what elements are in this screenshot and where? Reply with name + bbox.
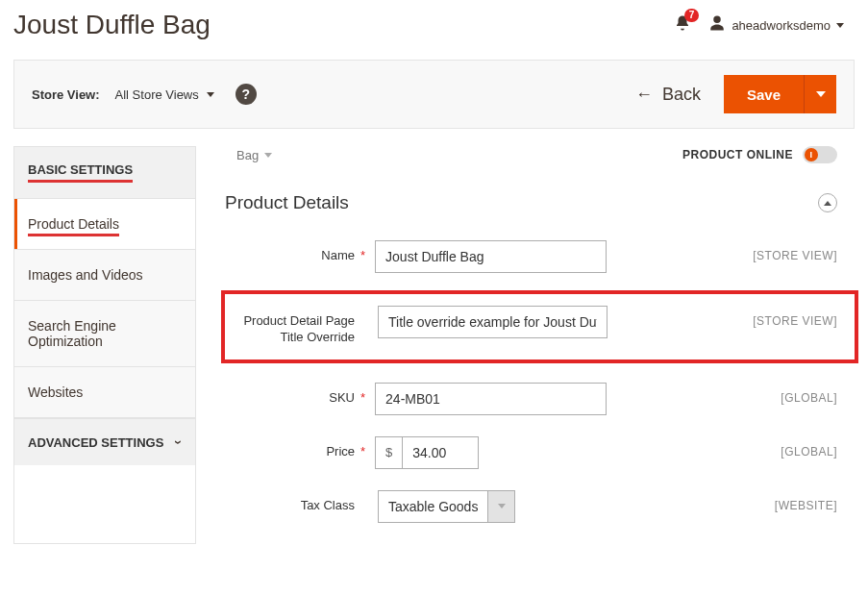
chevron-up-icon	[824, 201, 831, 206]
required-mark: *	[360, 240, 365, 262]
price-input[interactable]	[402, 436, 479, 469]
notification-badge: 7	[684, 9, 700, 22]
name-input[interactable]	[375, 240, 606, 273]
scope-label: [GLOBAL]	[607, 383, 837, 405]
notifications-button[interactable]: 7	[674, 14, 691, 37]
override-label: Product Detail Page Title Override	[225, 306, 355, 346]
arrow-left-icon: ←	[635, 85, 653, 105]
section-title: Product Details	[225, 192, 349, 213]
chevron-down-icon	[264, 153, 272, 158]
sidebar-item-label: Websites	[28, 384, 83, 400]
currency-symbol: $	[375, 436, 402, 469]
required-mark: *	[360, 383, 365, 405]
basic-settings-label: BASIC SETTINGS	[28, 162, 133, 183]
scope-label: [STORE VIEW]	[607, 240, 837, 262]
save-button[interactable]: Save	[724, 75, 804, 113]
product-online-label: PRODUCT ONLINE	[682, 148, 793, 161]
sku-input[interactable]	[375, 383, 606, 415]
sidebar-item-label: Images and Videos	[28, 267, 143, 283]
toggle-knob: I	[805, 148, 818, 161]
chevron-down-icon	[816, 91, 826, 97]
back-button[interactable]: ← Back	[635, 85, 701, 105]
product-online-toggle[interactable]: I	[803, 146, 837, 163]
price-label: Price	[225, 436, 355, 460]
sidebar-item-websites[interactable]: Websites	[14, 367, 195, 418]
scope-label: [STORE VIEW]	[608, 306, 837, 328]
required-mark: *	[360, 436, 365, 459]
question-icon: ?	[241, 87, 250, 102]
chevron-down-icon	[498, 504, 506, 508]
username-label: aheadworksdemo	[732, 18, 831, 33]
store-view-select[interactable]: All Store Views	[115, 87, 214, 102]
chevron-down-icon	[207, 92, 214, 97]
user-menu-button[interactable]: aheadworksdemo	[708, 14, 844, 37]
sidebar-item-label: Search Engine Optimization	[28, 318, 116, 349]
chevron-down-icon	[836, 23, 844, 28]
save-dropdown-button[interactable]	[804, 75, 836, 113]
tax-class-select[interactable]	[378, 490, 517, 523]
title-override-input[interactable]	[378, 306, 608, 338]
scope-label: [GLOBAL]	[607, 436, 837, 459]
page-title: Joust Duffle Bag	[13, 10, 211, 40]
scope-label: [WEBSITE]	[608, 490, 837, 512]
name-label: Name	[225, 240, 355, 264]
store-view-label: Store View:	[32, 87, 100, 102]
collapse-button[interactable]	[818, 193, 837, 212]
select-dropdown-button[interactable]	[488, 490, 515, 523]
store-view-value: All Store Views	[115, 87, 199, 102]
tax-class-label: Tax Class	[225, 490, 355, 514]
back-label: Back	[662, 85, 701, 105]
sidebar-item-label: Product Details	[28, 216, 119, 236]
tax-class-value	[378, 490, 488, 523]
advanced-settings-label: ADVANCED SETTINGS	[28, 435, 163, 450]
user-icon	[708, 14, 726, 37]
sidebar-item-images-videos[interactable]: Images and Videos	[14, 249, 195, 301]
chevron-down-icon: ›	[172, 440, 187, 445]
basic-settings-header[interactable]: BASIC SETTINGS	[14, 147, 195, 199]
sku-label: SKU	[225, 383, 355, 407]
highlighted-field-group: Product Detail Page Title Override [STOR…	[221, 290, 858, 363]
advanced-settings-header[interactable]: ADVANCED SETTINGS ›	[14, 418, 195, 465]
sidebar-item-product-details[interactable]: Product Details	[14, 199, 195, 249]
help-button[interactable]: ?	[236, 84, 257, 105]
attribute-set-value: Bag	[236, 148, 259, 162]
attribute-set-select[interactable]: Bag	[225, 148, 272, 162]
sidebar-item-seo[interactable]: Search Engine Optimization	[14, 301, 195, 367]
